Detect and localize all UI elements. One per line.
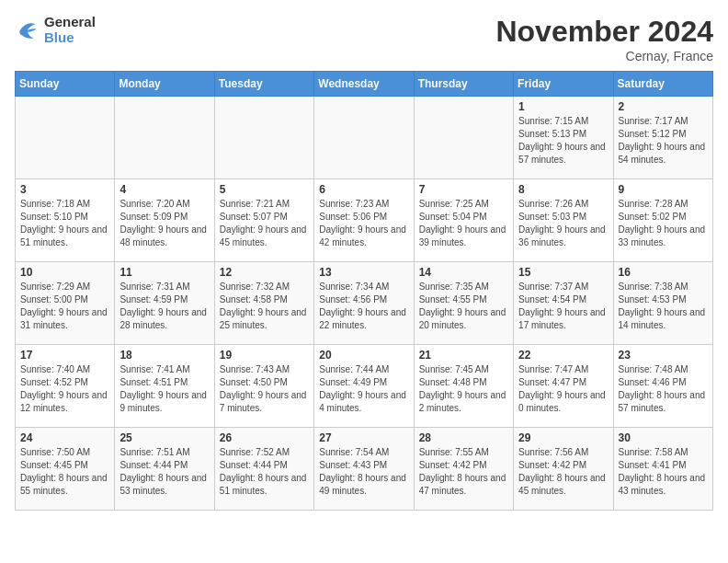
calendar-cell: 1Sunrise: 7:15 AM Sunset: 5:13 PM Daylig… [514,97,613,179]
weekday-header-monday: Monday [115,72,214,97]
calendar-cell: 26Sunrise: 7:52 AM Sunset: 4:44 PM Dayli… [214,428,313,511]
calendar-cell [414,97,513,179]
day-number: 23 [619,349,708,362]
day-number: 18 [119,349,209,362]
day-info: Sunrise: 7:15 AM Sunset: 5:13 PM Dayligh… [518,115,608,167]
day-number: 10 [20,266,109,279]
calendar-cell: 29Sunrise: 7:56 AM Sunset: 4:42 PM Dayli… [514,428,613,511]
day-info: Sunrise: 7:41 AM Sunset: 4:51 PM Dayligh… [119,363,209,415]
day-info: Sunrise: 7:47 AM Sunset: 4:47 PM Dayligh… [518,363,608,415]
logo-blue-text: Blue [44,30,96,46]
day-number: 13 [319,266,408,279]
day-info: Sunrise: 7:35 AM Sunset: 4:55 PM Dayligh… [419,281,508,332]
calendar-cell: 9Sunrise: 7:28 AM Sunset: 5:02 PM Daylig… [613,179,712,262]
day-number: 1 [518,100,608,113]
day-number: 2 [619,100,708,113]
day-number: 24 [20,431,109,444]
day-info: Sunrise: 7:29 AM Sunset: 5:00 PM Dayligh… [20,281,109,332]
day-number: 9 [619,183,708,196]
week-row-3: 10Sunrise: 7:29 AM Sunset: 5:00 PM Dayli… [16,262,713,345]
day-number: 26 [220,431,309,444]
day-number: 25 [119,431,209,444]
calendar-cell: 27Sunrise: 7:54 AM Sunset: 4:43 PM Dayli… [314,428,414,511]
weekday-header-row: SundayMondayTuesdayWednesdayThursdayFrid… [16,72,713,97]
calendar-cell: 6Sunrise: 7:23 AM Sunset: 5:06 PM Daylig… [314,179,414,262]
calendar-cell: 16Sunrise: 7:38 AM Sunset: 4:53 PM Dayli… [613,262,712,345]
day-info: Sunrise: 7:52 AM Sunset: 4:44 PM Dayligh… [220,446,309,498]
day-info: Sunrise: 7:43 AM Sunset: 4:50 PM Dayligh… [220,363,309,415]
day-info: Sunrise: 7:31 AM Sunset: 4:59 PM Dayligh… [119,281,209,332]
day-number: 28 [419,431,508,444]
day-info: Sunrise: 7:37 AM Sunset: 4:54 PM Dayligh… [518,281,608,332]
day-info: Sunrise: 7:18 AM Sunset: 5:10 PM Dayligh… [20,198,109,249]
logo-bird-icon [15,17,40,43]
calendar-cell: 4Sunrise: 7:20 AM Sunset: 5:09 PM Daylig… [115,179,214,262]
calendar-cell [314,97,414,179]
calendar-cell: 13Sunrise: 7:34 AM Sunset: 4:56 PM Dayli… [314,262,414,345]
day-number: 5 [220,183,309,196]
day-info: Sunrise: 7:44 AM Sunset: 4:49 PM Dayligh… [319,363,408,415]
day-number: 16 [619,266,708,279]
day-number: 3 [20,183,109,196]
day-number: 14 [419,266,508,279]
logo-general-text: General [44,15,96,30]
calendar-cell: 23Sunrise: 7:48 AM Sunset: 4:46 PM Dayli… [613,345,712,428]
calendar-cell: 22Sunrise: 7:47 AM Sunset: 4:47 PM Dayli… [514,345,613,428]
day-info: Sunrise: 7:32 AM Sunset: 4:58 PM Dayligh… [220,281,309,332]
weekday-header-wednesday: Wednesday [314,72,414,97]
day-number: 8 [518,183,608,196]
header: General Blue November 2024 Cernay, Franc… [15,15,713,63]
week-row-5: 24Sunrise: 7:50 AM Sunset: 4:45 PM Dayli… [16,428,713,511]
day-info: Sunrise: 7:40 AM Sunset: 4:52 PM Dayligh… [20,363,109,415]
day-info: Sunrise: 7:38 AM Sunset: 4:53 PM Dayligh… [619,281,708,332]
calendar-cell: 17Sunrise: 7:40 AM Sunset: 4:52 PM Dayli… [16,345,115,428]
day-info: Sunrise: 7:25 AM Sunset: 5:04 PM Dayligh… [419,198,508,249]
week-row-2: 3Sunrise: 7:18 AM Sunset: 5:10 PM Daylig… [16,179,713,262]
day-info: Sunrise: 7:54 AM Sunset: 4:43 PM Dayligh… [319,446,408,498]
calendar-cell: 30Sunrise: 7:58 AM Sunset: 4:41 PM Dayli… [613,428,712,511]
calendar-cell: 7Sunrise: 7:25 AM Sunset: 5:04 PM Daylig… [414,179,513,262]
day-info: Sunrise: 7:50 AM Sunset: 4:45 PM Dayligh… [20,446,109,498]
day-number: 20 [319,349,408,362]
weekday-header-sunday: Sunday [16,72,115,97]
day-info: Sunrise: 7:55 AM Sunset: 4:42 PM Dayligh… [419,446,508,498]
day-number: 7 [419,183,508,196]
day-number: 30 [619,431,708,444]
day-number: 11 [119,266,209,279]
title-area: November 2024 Cernay, France [495,15,713,63]
weekday-header-tuesday: Tuesday [214,72,313,97]
day-info: Sunrise: 7:45 AM Sunset: 4:48 PM Dayligh… [419,363,508,415]
calendar-cell: 20Sunrise: 7:44 AM Sunset: 4:49 PM Dayli… [314,345,414,428]
day-number: 19 [220,349,309,362]
day-number: 6 [319,183,408,196]
day-info: Sunrise: 7:56 AM Sunset: 4:42 PM Dayligh… [518,446,608,498]
calendar-cell: 2Sunrise: 7:17 AM Sunset: 5:12 PM Daylig… [613,97,712,179]
calendar-cell: 3Sunrise: 7:18 AM Sunset: 5:10 PM Daylig… [16,179,115,262]
day-info: Sunrise: 7:26 AM Sunset: 5:03 PM Dayligh… [518,198,608,249]
calendar-cell: 18Sunrise: 7:41 AM Sunset: 4:51 PM Dayli… [115,345,214,428]
day-info: Sunrise: 7:21 AM Sunset: 5:07 PM Dayligh… [220,198,309,249]
day-info: Sunrise: 7:23 AM Sunset: 5:06 PM Dayligh… [319,198,408,249]
day-number: 15 [518,266,608,279]
day-number: 22 [518,349,608,362]
weekday-header-thursday: Thursday [414,72,513,97]
weekday-header-friday: Friday [514,72,613,97]
day-number: 17 [20,349,109,362]
calendar-cell: 12Sunrise: 7:32 AM Sunset: 4:58 PM Dayli… [214,262,313,345]
calendar-cell: 5Sunrise: 7:21 AM Sunset: 5:07 PM Daylig… [214,179,313,262]
calendar-cell: 19Sunrise: 7:43 AM Sunset: 4:50 PM Dayli… [214,345,313,428]
calendar-cell [16,97,115,179]
calendar-cell: 8Sunrise: 7:26 AM Sunset: 5:03 PM Daylig… [514,179,613,262]
calendar-cell: 15Sunrise: 7:37 AM Sunset: 4:54 PM Dayli… [514,262,613,345]
month-title: November 2024 [495,15,713,49]
location-subtitle: Cernay, France [495,49,713,63]
day-number: 21 [419,349,508,362]
weekday-header-saturday: Saturday [613,72,712,97]
day-number: 29 [518,431,608,444]
day-number: 27 [319,431,408,444]
day-info: Sunrise: 7:48 AM Sunset: 4:46 PM Dayligh… [619,363,708,415]
calendar-cell: 11Sunrise: 7:31 AM Sunset: 4:59 PM Dayli… [115,262,214,345]
day-info: Sunrise: 7:20 AM Sunset: 5:09 PM Dayligh… [119,198,209,249]
day-info: Sunrise: 7:58 AM Sunset: 4:41 PM Dayligh… [619,446,708,498]
calendar-cell: 21Sunrise: 7:45 AM Sunset: 4:48 PM Dayli… [414,345,513,428]
